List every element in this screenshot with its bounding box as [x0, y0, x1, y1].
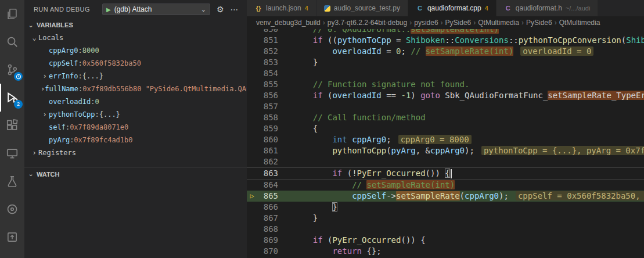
code-line-866[interactable]: 866 } [247, 202, 644, 213]
code-line-865[interactable]: ▷865 cppSelf->setSampleRate(cppArg0);cpp… [247, 191, 644, 202]
gutter: 852 [247, 46, 285, 57]
code-line-867[interactable]: 867 } [247, 213, 644, 224]
line-number[interactable]: 870 [257, 246, 285, 257]
variables-scope-Registers[interactable]: ›Registers [24, 146, 247, 159]
breadcrumb-item[interactable]: PySide6 [526, 19, 552, 27]
debug-config-dropdown[interactable]: ▶ (gdb) Attach ⌄ [102, 3, 210, 15]
gutter: 854 [247, 68, 285, 79]
code-line-868[interactable]: 868 [247, 224, 644, 235]
line-number[interactable]: 856 [257, 90, 285, 101]
breadcrumb-item[interactable]: venv_debug3d_build [256, 19, 321, 27]
code-line-852[interactable]: 852 overloadId = 0; // setSampleRate(int… [247, 46, 644, 57]
breadcrumb-item[interactable]: PySide6 [445, 19, 472, 27]
activity-bar-search[interactable] [0, 28, 24, 56]
code-token [293, 80, 313, 89]
variable-pythonToCpp[interactable]: ›pythonToCpp: {...} [24, 108, 247, 121]
activity-bar-run-debug[interactable]: 2 [0, 84, 24, 112]
line-number[interactable]: 869 [257, 235, 285, 246]
code-line-856[interactable]: 856 if (overloadId == -1) goto Sbk_QAudi… [247, 90, 644, 101]
activity-bar-testing[interactable] [0, 167, 24, 195]
tab-qaudioformat.cpp[interactable]: Cqaudioformat.cpp4 [408, 0, 497, 16]
code-line-857[interactable]: 857 [247, 101, 644, 112]
code-line-862[interactable]: 862 [247, 156, 644, 167]
activity-bar-box-tool[interactable] [0, 223, 24, 251]
extensions-icon [6, 119, 19, 132]
code-line-851[interactable]: 851 if ((pythonToCpp = Shiboken::Convers… [247, 35, 644, 46]
code-line-863[interactable]: 863 if (!PyErr_Occurred()) { [247, 167, 644, 180]
line-number[interactable]: 855 [257, 79, 285, 90]
tab-launch.json[interactable]: {}launch.json4 [247, 0, 316, 16]
tab-audio_source_test.py[interactable]: audio_source_test.py [316, 0, 408, 16]
code-line-859[interactable]: 859 { [247, 123, 644, 134]
code-token: // 0: QAudioFormat:: [313, 29, 411, 34]
breadcrumb-item[interactable]: QtMultimedia [559, 19, 600, 27]
code-text: return {}; [285, 246, 382, 257]
line-number[interactable]: 854 [257, 68, 285, 79]
debug-settings-gear-icon[interactable]: ⚙ [217, 5, 224, 14]
c-header-file-icon: C [504, 5, 512, 12]
line-number[interactable]: 857 [257, 101, 285, 112]
line-number[interactable]: 860 [257, 134, 285, 145]
code-line-861[interactable]: 861 pythonToCpp(pyArg, &cppArg0);pythonT… [247, 145, 644, 156]
watch-section-header[interactable]: ⌄ WATCH [24, 167, 247, 180]
code-editor[interactable]: 850 // 0: QAudioFormat::setSampleRate(in… [247, 29, 644, 258]
code-text: int cppArg0;cppArg0 = 8000 [285, 134, 472, 145]
activity-bar-extensions[interactable] [0, 112, 24, 139]
line-number[interactable]: 866 [257, 202, 285, 213]
line-number[interactable]: 863 [257, 168, 285, 179]
activity-bar-circle-tool[interactable] [0, 195, 24, 223]
line-number[interactable]: 859 [257, 123, 285, 134]
gutter-spacer [247, 213, 257, 224]
line-number[interactable]: 865 [257, 191, 285, 202]
code-line-854[interactable]: 854 [247, 68, 644, 79]
line-number[interactable]: 867 [257, 213, 285, 224]
variable-self[interactable]: self: 0x7f89da8071e0 [24, 121, 247, 134]
code-token: ()) [426, 169, 445, 178]
breadcrumb-separator-icon: › [409, 19, 412, 27]
line-number[interactable]: 864 [257, 180, 285, 191]
code-line-855[interactable]: 855 // Function signature not found. [247, 79, 644, 90]
debug-inline-value: overloadId = 0 [520, 46, 593, 56]
variables-section-header[interactable]: ⌄ VARIABLES [24, 19, 247, 31]
tab-problems-badge: 4 [485, 5, 488, 12]
variable-name: cppSelf [49, 57, 78, 70]
code-token: int [332, 135, 347, 144]
activity-bar-explorer[interactable] [0, 0, 24, 28]
activity-bar-source-control[interactable] [0, 56, 24, 84]
breadcrumb-item[interactable]: QtMultimedia [478, 19, 519, 27]
code-line-853[interactable]: 853 } [247, 57, 644, 68]
code-line-858[interactable]: 858 // Call function/method [247, 112, 644, 123]
code-line-869[interactable]: 869 if (PyErr_Occurred()) { [247, 235, 644, 246]
tab-qaudioformat.h[interactable]: Cqaudioformat.h~/.../audi [497, 0, 599, 16]
line-number[interactable]: 858 [257, 112, 285, 123]
code-text: pythonToCpp(pyArg, &cppArg0);pythonToCpp… [285, 145, 644, 156]
line-number[interactable]: 853 [257, 57, 285, 68]
variable-cppSelf[interactable]: cppSelf: 0x560f5832ba50 [24, 57, 247, 70]
line-number[interactable]: 850 [257, 29, 285, 35]
code-line-864[interactable]: 864 // setSampleRate(int) [247, 180, 644, 191]
code-line-870[interactable]: 870 return {}; [247, 246, 644, 257]
line-number[interactable]: 868 [257, 224, 285, 235]
code-token: (( [323, 35, 337, 45]
variable-overloadId[interactable]: overloadId: 0 [24, 95, 247, 108]
variable-errInfo[interactable]: ›errInfo: {...} [24, 70, 247, 83]
debug-inline-value: cppSelf = 0x560f5832ba50, c [516, 191, 644, 200]
more-actions-icon[interactable]: ⋯ [231, 5, 239, 14]
start-debug-icon[interactable]: ▶ [106, 6, 111, 13]
variable-pyArg[interactable]: pyArg: 0x7f89fc4ad1b0 [24, 134, 247, 146]
line-number[interactable]: 861 [257, 145, 285, 156]
variable-value: {...} [99, 108, 120, 121]
breadcrumb-item[interactable]: py3.7-qt6.2.2-64bit-debug [328, 19, 407, 27]
variable-fullName[interactable]: ›fullName: 0x7f89db556b80 "PySide6.QtMul… [24, 83, 247, 95]
line-number[interactable]: 851 [257, 35, 285, 46]
code-line-850[interactable]: 850 // 0: QAudioFormat::setSampleRate(in… [247, 29, 644, 35]
breadcrumb-item[interactable]: pyside6 [414, 19, 438, 27]
code-line-860[interactable]: 860 int cppArg0;cppArg0 = 8000 [247, 134, 644, 145]
code-token: (! [342, 169, 357, 178]
line-number[interactable]: 852 [257, 46, 285, 57]
variables-scope-Locals[interactable]: ⌄Locals [24, 31, 247, 44]
code-text: if (!PyErr_Occurred()) { [285, 168, 452, 179]
line-number[interactable]: 862 [257, 156, 285, 167]
variable-cppArg0[interactable]: cppArg0: 8000 [24, 44, 247, 57]
activity-bar-remote-explorer[interactable] [0, 139, 24, 167]
